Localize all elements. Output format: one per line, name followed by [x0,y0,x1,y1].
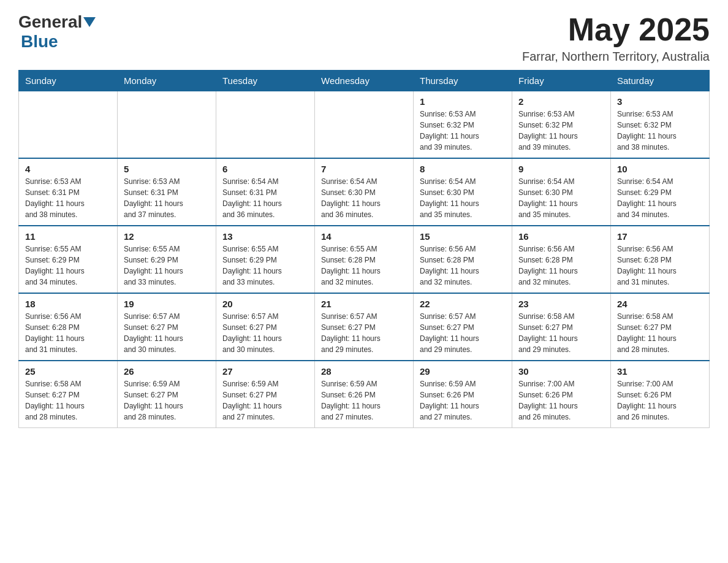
calendar-cell: 31Sunrise: 7:00 AMSunset: 6:26 PMDayligh… [611,361,710,428]
day-info: Sunrise: 6:53 AMSunset: 6:32 PMDaylight:… [617,109,703,153]
day-number: 15 [420,231,506,242]
day-info: Sunrise: 6:55 AMSunset: 6:29 PMDaylight:… [124,243,210,288]
day-info: Sunrise: 6:54 AMSunset: 6:30 PMDaylight:… [321,176,407,220]
calendar-cell [216,91,315,159]
day-number: 13 [222,231,308,242]
day-number: 20 [222,299,308,309]
calendar-cell: 17Sunrise: 6:56 AMSunset: 6:28 PMDayligh… [611,226,710,293]
day-number: 31 [617,366,703,377]
calendar-cell: 18Sunrise: 6:56 AMSunset: 6:28 PMDayligh… [19,293,118,361]
calendar-cell: 2Sunrise: 6:53 AMSunset: 6:32 PMDaylight… [512,91,611,159]
month-title: May 2025 [522,12,710,47]
calendar-cell: 15Sunrise: 6:56 AMSunset: 6:28 PMDayligh… [414,226,512,293]
calendar-cell: 8Sunrise: 6:54 AMSunset: 6:30 PMDaylight… [414,158,512,226]
calendar-cell: 5Sunrise: 6:53 AMSunset: 6:31 PMDaylight… [118,158,216,226]
day-info: Sunrise: 6:54 AMSunset: 6:31 PMDaylight:… [222,176,308,220]
calendar-cell: 26Sunrise: 6:59 AMSunset: 6:27 PMDayligh… [118,361,216,428]
calendar-cell: 13Sunrise: 6:55 AMSunset: 6:29 PMDayligh… [216,226,315,293]
day-info: Sunrise: 6:54 AMSunset: 6:30 PMDaylight:… [420,176,506,220]
day-info: Sunrise: 6:53 AMSunset: 6:31 PMDaylight:… [25,176,111,220]
calendar-cell: 30Sunrise: 7:00 AMSunset: 6:26 PMDayligh… [512,361,611,428]
logo-general: General [18,12,82,32]
day-number: 7 [321,164,407,174]
calendar-week-4: 18Sunrise: 6:56 AMSunset: 6:28 PMDayligh… [19,293,710,361]
calendar-cell [118,91,216,159]
day-info: Sunrise: 6:58 AMSunset: 6:27 PMDaylight:… [25,378,111,423]
day-number: 28 [321,366,407,377]
day-info: Sunrise: 6:57 AMSunset: 6:27 PMDaylight:… [321,311,407,355]
day-info: Sunrise: 6:53 AMSunset: 6:31 PMDaylight:… [124,176,210,220]
day-number: 17 [617,231,703,242]
calendar-week-1: 1Sunrise: 6:53 AMSunset: 6:32 PMDaylight… [19,91,710,159]
day-number: 24 [617,299,703,309]
calendar-cell: 29Sunrise: 6:59 AMSunset: 6:26 PMDayligh… [414,361,512,428]
day-number: 1 [420,96,506,107]
day-number: 27 [222,366,308,377]
day-info: Sunrise: 6:54 AMSunset: 6:30 PMDaylight:… [518,176,604,220]
logo-triangle-icon [83,17,96,27]
day-info: Sunrise: 6:59 AMSunset: 6:26 PMDaylight:… [321,378,407,423]
calendar-cell: 11Sunrise: 6:55 AMSunset: 6:29 PMDayligh… [19,226,118,293]
weekday-header-saturday: Saturday [611,71,710,91]
logo: General Blue [18,12,97,52]
weekday-header-tuesday: Tuesday [216,71,315,91]
day-number: 6 [222,164,308,174]
calendar-cell: 9Sunrise: 6:54 AMSunset: 6:30 PMDaylight… [512,158,611,226]
day-number: 2 [518,96,604,107]
day-number: 11 [25,231,111,242]
page-header: General Blue May 2025 Farrar, Northern T… [18,12,710,64]
calendar-cell: 14Sunrise: 6:55 AMSunset: 6:28 PMDayligh… [315,226,414,293]
calendar-cell: 25Sunrise: 6:58 AMSunset: 6:27 PMDayligh… [19,361,118,428]
calendar-cell: 22Sunrise: 6:57 AMSunset: 6:27 PMDayligh… [414,293,512,361]
calendar-cell: 28Sunrise: 6:59 AMSunset: 6:26 PMDayligh… [315,361,414,428]
day-number: 5 [124,164,210,174]
calendar-cell: 20Sunrise: 6:57 AMSunset: 6:27 PMDayligh… [216,293,315,361]
day-info: Sunrise: 6:55 AMSunset: 6:29 PMDaylight:… [25,243,111,288]
calendar-table: SundayMondayTuesdayWednesdayThursdayFrid… [18,70,710,428]
day-number: 16 [518,231,604,242]
day-info: Sunrise: 6:58 AMSunset: 6:27 PMDaylight:… [518,311,604,355]
day-info: Sunrise: 7:00 AMSunset: 6:26 PMDaylight:… [518,378,604,423]
calendar-cell: 12Sunrise: 6:55 AMSunset: 6:29 PMDayligh… [118,226,216,293]
day-number: 30 [518,366,604,377]
day-info: Sunrise: 6:59 AMSunset: 6:27 PMDaylight:… [124,378,210,423]
day-info: Sunrise: 7:00 AMSunset: 6:26 PMDaylight:… [617,378,703,423]
day-info: Sunrise: 6:57 AMSunset: 6:27 PMDaylight:… [420,311,506,355]
weekday-header-monday: Monday [118,71,216,91]
calendar-cell: 23Sunrise: 6:58 AMSunset: 6:27 PMDayligh… [512,293,611,361]
day-number: 3 [617,96,703,107]
calendar-cell: 27Sunrise: 6:59 AMSunset: 6:27 PMDayligh… [216,361,315,428]
day-number: 22 [420,299,506,309]
calendar-cell: 6Sunrise: 6:54 AMSunset: 6:31 PMDaylight… [216,158,315,226]
calendar-cell: 16Sunrise: 6:56 AMSunset: 6:28 PMDayligh… [512,226,611,293]
logo-blue: Blue [21,32,58,51]
day-info: Sunrise: 6:59 AMSunset: 6:26 PMDaylight:… [420,378,506,423]
day-info: Sunrise: 6:56 AMSunset: 6:28 PMDaylight:… [617,243,703,288]
day-info: Sunrise: 6:53 AMSunset: 6:32 PMDaylight:… [420,109,506,153]
calendar-week-5: 25Sunrise: 6:58 AMSunset: 6:27 PMDayligh… [19,361,710,428]
title-section: May 2025 Farrar, Northern Territory, Aus… [522,12,710,64]
day-number: 25 [25,366,111,377]
day-number: 8 [420,164,506,174]
calendar-cell [19,91,118,159]
day-info: Sunrise: 6:58 AMSunset: 6:27 PMDaylight:… [617,311,703,355]
day-info: Sunrise: 6:56 AMSunset: 6:28 PMDaylight:… [420,243,506,288]
day-number: 18 [25,299,111,309]
calendar-cell: 3Sunrise: 6:53 AMSunset: 6:32 PMDaylight… [611,91,710,159]
calendar-week-2: 4Sunrise: 6:53 AMSunset: 6:31 PMDaylight… [19,158,710,226]
calendar-cell: 10Sunrise: 6:54 AMSunset: 6:29 PMDayligh… [611,158,710,226]
day-number: 14 [321,231,407,242]
weekday-header-thursday: Thursday [414,71,512,91]
calendar-week-3: 11Sunrise: 6:55 AMSunset: 6:29 PMDayligh… [19,226,710,293]
calendar-cell [315,91,414,159]
day-info: Sunrise: 6:55 AMSunset: 6:28 PMDaylight:… [321,243,407,288]
day-info: Sunrise: 6:57 AMSunset: 6:27 PMDaylight:… [124,311,210,355]
weekday-header-sunday: Sunday [19,71,118,91]
calendar-cell: 21Sunrise: 6:57 AMSunset: 6:27 PMDayligh… [315,293,414,361]
day-info: Sunrise: 6:55 AMSunset: 6:29 PMDaylight:… [222,243,308,288]
day-number: 19 [124,299,210,309]
calendar-cell: 24Sunrise: 6:58 AMSunset: 6:27 PMDayligh… [611,293,710,361]
day-number: 9 [518,164,604,174]
day-number: 26 [124,366,210,377]
weekday-header-row: SundayMondayTuesdayWednesdayThursdayFrid… [19,71,710,91]
